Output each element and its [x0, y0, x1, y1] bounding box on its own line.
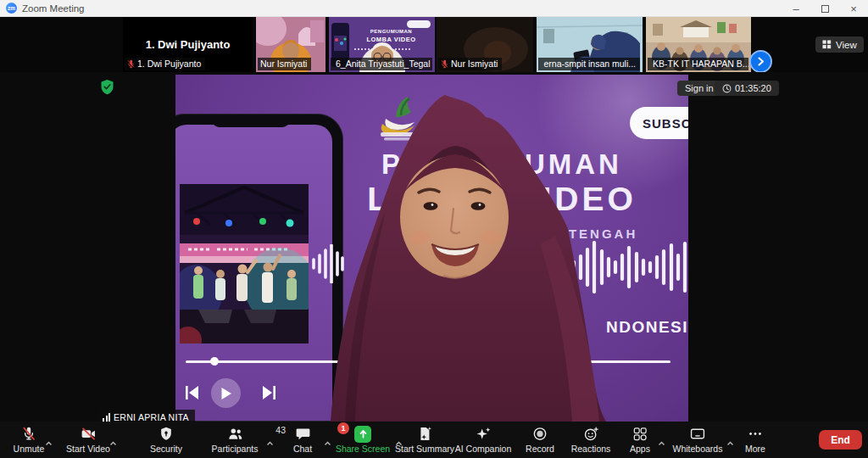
more-dots-icon — [717, 425, 793, 443]
participant-tile-anita-triyastuti[interactable]: PENGUMUMAN LOMBA VIDEO 6_Anita Triyastut… — [329, 17, 435, 72]
zoom-app-icon: zm — [6, 3, 17, 14]
muted-mic-icon — [127, 59, 135, 69]
active-speaker-video: PENGUMUMAN LOMBA VIDEO JS AH JAWA TENGAH… — [175, 75, 688, 422]
shield-icon — [128, 425, 204, 443]
participant-name-label: KB-TK IT HARAPAN B... — [648, 58, 748, 70]
participants-icon: 43 — [197, 425, 273, 443]
participant-tile-dwi-pujiyanto[interactable]: 1. Dwi Pujiyanto 1. Dwi Pujiyanto — [123, 17, 253, 72]
next-page-button[interactable] — [749, 50, 772, 73]
participant-name-text: erna-smpit insan muli... — [543, 58, 636, 70]
close-button[interactable]: × — [839, 0, 868, 17]
view-button-label: View — [836, 40, 857, 50]
minimize-button[interactable]: – — [782, 0, 810, 17]
participant-tile-erna-smpit[interactable]: erna-smpit insan muli... — [537, 17, 643, 72]
meeting-toolbar: Unmute Start Video — [0, 422, 868, 458]
share-screen-icon — [354, 426, 371, 443]
maximize-button[interactable] — [810, 0, 839, 17]
more-label: More — [717, 444, 793, 454]
grid-view-icon — [822, 40, 832, 49]
participant-tile-nur-ismiyati-2[interactable]: Nur Ismiyati — [437, 17, 533, 72]
participant-name-text: Nur Ismiyati — [260, 58, 307, 70]
participant-name-label: Nur Ismiyati — [438, 58, 502, 70]
video-options-chevron[interactable] — [109, 434, 117, 450]
participant-name-text: 1. Dwi Pujiyanto — [137, 58, 201, 70]
sign-in-label: Sign in — [685, 83, 714, 93]
view-button[interactable]: View — [815, 36, 864, 53]
meeting-timer-text: 01:35:20 — [735, 83, 771, 93]
meeting-info-shield-icon[interactable] — [100, 79, 114, 95]
participant-name-label: erna-smpit insan muli... — [538, 58, 640, 70]
participant-tile-kbtk-harapan[interactable]: KB-TK IT HARAPAN B... — [646, 17, 751, 72]
speaker-person — [175, 75, 688, 422]
participants-button[interactable]: 43 Participants — [197, 425, 273, 454]
video-filmstrip: 1. Dwi Pujiyanto 1. Dwi Pujiyanto Nur Is… — [0, 17, 868, 72]
security-button[interactable]: Security — [128, 425, 204, 454]
participant-name-label: 1. Dwi Pujiyanto — [125, 58, 205, 70]
participant-name-label: 6_Anita Triyastuti_Tegal — [331, 58, 432, 70]
start-video-button[interactable]: Start Video — [50, 425, 126, 454]
participant-tile-nur-ismiyati-1[interactable]: Nur Ismiyati — [256, 17, 326, 72]
participants-label: Participants — [197, 444, 273, 454]
participant-name-label: Nur Ismiyati — [258, 58, 311, 70]
more-button[interactable]: More — [717, 425, 793, 454]
zoom-meeting-window: zm Zoom Meeting – × 1. Dwi Pujiyanto 1. … — [0, 0, 868, 458]
subscribe-button: SUBSC — [630, 107, 688, 139]
window-titlebar: zm Zoom Meeting – × — [0, 0, 868, 17]
participant-name-text: KB-TK IT HARAPAN B... — [653, 58, 748, 70]
window-title: Zoom Meeting — [22, 3, 85, 14]
maximize-icon — [821, 5, 829, 13]
participant-name-text: Nur Ismiyati — [451, 58, 498, 70]
end-meeting-button[interactable]: End — [819, 430, 862, 450]
audio-level-icon — [103, 413, 110, 422]
meeting-timer: 01:35:20 — [715, 81, 779, 96]
muted-mic-icon — [441, 59, 448, 69]
chevron-right-icon — [755, 56, 766, 67]
security-label: Security — [128, 444, 204, 454]
main-stage: PENGUMUMAN LOMBA VIDEO JS AH JAWA TENGAH… — [0, 72, 868, 422]
clock-icon — [722, 84, 732, 93]
participant-name-text: 6_Anita Triyastuti_Tegal — [336, 58, 430, 70]
